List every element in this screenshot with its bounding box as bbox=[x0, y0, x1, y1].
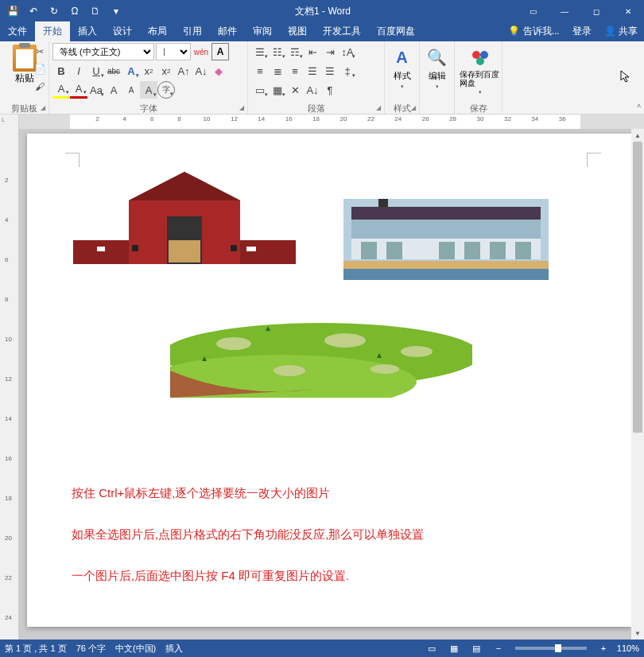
share-button[interactable]: 👤 共享 bbox=[598, 21, 644, 41]
ruler-vertical[interactable]: 24681012141618202224 bbox=[0, 129, 19, 640]
text-direction-button[interactable]: ↕A bbox=[339, 43, 356, 60]
borders-button[interactable]: ▦ bbox=[269, 81, 286, 99]
show-paragraph-icon[interactable]: ¶ bbox=[321, 81, 339, 99]
doc-text-line-2[interactable]: 如果全选图片后,点图片格式的右下角功能没反应,那么可以单独设置 bbox=[72, 525, 424, 544]
bullets-button[interactable]: ☰ bbox=[251, 43, 269, 60]
grow-font-icon[interactable]: A bbox=[105, 81, 122, 99]
scroll-track[interactable] bbox=[631, 142, 644, 627]
tab-references[interactable]: 引用 bbox=[175, 21, 210, 41]
justify-icon[interactable]: ☰ bbox=[304, 62, 321, 80]
document-viewport[interactable]: 按住 Ctrl+鼠标左键,逐个选择要统一改大小的图片 如果全选图片后,点图片格式… bbox=[19, 129, 644, 640]
asian-layout-icon[interactable]: ✕ bbox=[286, 81, 304, 99]
close-icon[interactable]: ✕ bbox=[612, 0, 644, 22]
collapse-ribbon-icon[interactable]: ^ bbox=[637, 103, 641, 112]
strikethrough-button[interactable]: abc bbox=[105, 62, 122, 80]
maximize-icon[interactable]: ◻ bbox=[580, 0, 612, 22]
paragraph-dialog-icon[interactable]: ◢ bbox=[374, 104, 382, 112]
copy-icon[interactable]: 📄 bbox=[33, 62, 47, 76]
redo-icon[interactable]: ↻ bbox=[45, 2, 64, 21]
align-center-icon[interactable]: ≣ bbox=[269, 62, 286, 80]
tab-mailings[interactable]: 邮件 bbox=[210, 21, 245, 41]
minimize-icon[interactable]: — bbox=[549, 0, 580, 22]
clear-format-icon[interactable]: ◆ bbox=[210, 62, 227, 80]
text-effects-button[interactable]: A bbox=[122, 62, 140, 80]
scroll-down-icon[interactable]: ▼ bbox=[631, 627, 644, 640]
tab-baidu[interactable]: 百度网盘 bbox=[369, 21, 423, 41]
shrink-font-icon[interactable]: A bbox=[122, 81, 140, 99]
save-icon[interactable]: 💾 bbox=[3, 2, 22, 21]
web-layout-icon[interactable]: ▤ bbox=[467, 641, 485, 655]
scrollbar-vertical[interactable]: ▲ ▼ bbox=[631, 129, 644, 640]
doc-text-line-1[interactable]: 按住 Ctrl+鼠标左键,逐个选择要统一改大小的图片 bbox=[72, 484, 330, 503]
decrease-font-icon[interactable]: A↓ bbox=[192, 62, 210, 80]
clipboard-dialog-icon[interactable]: ◢ bbox=[39, 104, 47, 112]
qat-more-icon[interactable]: ▾ bbox=[107, 2, 126, 21]
read-mode-icon[interactable]: ▭ bbox=[423, 641, 440, 655]
change-case-button[interactable]: Aa bbox=[87, 81, 105, 99]
shading-button[interactable]: ▭ bbox=[251, 81, 269, 99]
format-painter-icon[interactable]: 🖌 bbox=[33, 80, 47, 94]
new-doc-icon[interactable]: 🗋 bbox=[86, 2, 105, 21]
tab-design[interactable]: 设计 bbox=[105, 21, 140, 41]
superscript-button[interactable]: x2 bbox=[157, 62, 175, 80]
inserted-image-warehouse[interactable] bbox=[73, 169, 296, 266]
multilevel-button[interactable]: ☶ bbox=[286, 43, 304, 60]
tab-review[interactable]: 审阅 bbox=[245, 21, 280, 41]
zoom-in-icon[interactable]: + bbox=[595, 641, 612, 655]
print-layout-icon[interactable]: ▦ bbox=[445, 641, 463, 655]
numbering-button[interactable]: ☷ bbox=[269, 43, 286, 60]
font-family-select[interactable]: 等线 (中文正文) bbox=[52, 43, 154, 60]
sort-icon[interactable]: A↓ bbox=[304, 81, 321, 99]
increase-indent-icon[interactable]: ⇥ bbox=[321, 43, 339, 60]
status-language[interactable]: 中文(中国) bbox=[115, 643, 156, 655]
character-border-icon[interactable]: A bbox=[211, 43, 229, 60]
underline-button[interactable]: U bbox=[87, 62, 105, 80]
inserted-image-building[interactable] bbox=[343, 199, 549, 280]
zoom-thumb[interactable] bbox=[555, 644, 561, 652]
styles-dialog-icon[interactable]: ◢ bbox=[409, 104, 417, 112]
scroll-thumb[interactable] bbox=[633, 142, 642, 433]
zoom-level[interactable]: 110% bbox=[617, 643, 639, 653]
ribbon-options-icon[interactable]: ▭ bbox=[517, 0, 549, 22]
zoom-out-icon[interactable]: − bbox=[490, 641, 507, 655]
font-color-button[interactable]: A bbox=[70, 81, 87, 99]
enclose-char-button[interactable]: 字 bbox=[157, 81, 175, 99]
font-highlight-button[interactable]: A bbox=[52, 81, 70, 99]
symbol-icon[interactable]: Ω bbox=[65, 2, 84, 21]
tab-layout[interactable]: 布局 bbox=[140, 21, 175, 41]
tab-insert[interactable]: 插入 bbox=[70, 21, 105, 41]
font-dialog-icon[interactable]: ◢ bbox=[238, 104, 246, 112]
status-word-count[interactable]: 76 个字 bbox=[76, 643, 106, 655]
distribute-icon[interactable]: ☰ bbox=[321, 62, 339, 80]
subscript-button[interactable]: x2 bbox=[140, 62, 157, 80]
tab-view[interactable]: 视图 bbox=[280, 21, 315, 41]
font-size-select[interactable]: 四号 bbox=[156, 43, 191, 60]
cut-icon[interactable]: ✂ bbox=[33, 45, 47, 59]
doc-text-line-3[interactable]: 一个图片后,后面选中图片按 F4 即可重复图片的设置. bbox=[72, 566, 349, 585]
align-left-icon[interactable]: ≡ bbox=[251, 62, 269, 80]
char-shading-button[interactable]: A bbox=[140, 81, 157, 99]
align-right-icon[interactable]: ≡ bbox=[286, 62, 304, 80]
undo-icon[interactable]: ↶ bbox=[24, 2, 43, 21]
scroll-up-icon[interactable]: ▲ bbox=[631, 129, 644, 142]
styles-button[interactable]: A 样式 bbox=[388, 43, 416, 93]
increase-font-icon[interactable]: A↑ bbox=[175, 62, 192, 80]
tab-home[interactable]: 开始 bbox=[35, 21, 70, 41]
tell-me-button[interactable]: 💡 告诉我... bbox=[502, 21, 565, 41]
line-spacing-button[interactable]: ‡ bbox=[339, 62, 356, 80]
editing-button[interactable]: 🔍 编辑 bbox=[423, 43, 451, 93]
save-to-baidu-button[interactable]: 保存到百度网盘 bbox=[458, 43, 502, 99]
ruler-horizontal[interactable]: 4224681012141618202224262830323436384042… bbox=[19, 115, 644, 129]
bold-button[interactable]: B bbox=[52, 62, 70, 80]
login-button[interactable]: 登录 bbox=[566, 21, 598, 41]
italic-button[interactable]: I bbox=[70, 62, 87, 80]
inserted-image-hill[interactable] bbox=[170, 323, 472, 398]
tab-file[interactable]: 文件 bbox=[0, 21, 35, 41]
decrease-indent-icon[interactable]: ⇤ bbox=[304, 43, 321, 60]
paste-label: 粘贴 bbox=[15, 72, 34, 85]
zoom-slider[interactable] bbox=[515, 647, 587, 650]
phonetic-guide-icon[interactable]: wén bbox=[192, 43, 210, 60]
status-page[interactable]: 第 1 页 , 共 1 页 bbox=[5, 643, 67, 655]
status-insert-mode[interactable]: 插入 bbox=[165, 643, 183, 655]
tab-developer[interactable]: 开发工具 bbox=[315, 21, 369, 41]
